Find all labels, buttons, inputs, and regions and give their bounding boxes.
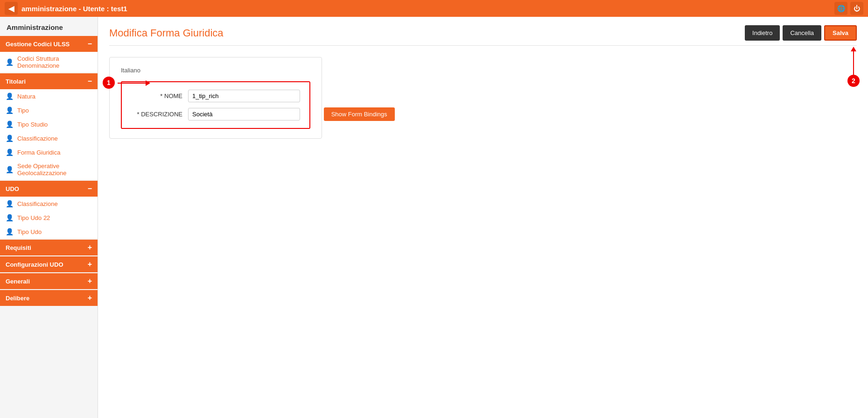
- sidebar-title: Amministrazione: [0, 17, 98, 36]
- sidebar-section-header-delibere[interactable]: Delibere+: [0, 290, 98, 306]
- person-icon: 👤: [6, 149, 14, 156]
- sidebar-item-label: Classificazione: [17, 200, 58, 207]
- section-toggle-icon: +: [88, 243, 92, 252]
- form-row-descrizione: * DESCRIZIONE: [131, 108, 300, 120]
- sidebar-item-label: Tipo Udo 22: [17, 214, 50, 221]
- sidebar-item[interactable]: 👤Tipo Studio: [0, 117, 98, 131]
- sidebar-item[interactable]: 👤Classificazione: [0, 131, 98, 145]
- sidebar-item-label: Natura: [17, 93, 35, 100]
- sidebar-section-header-requisiti[interactable]: Requisiti+: [0, 240, 98, 255]
- sidebar-item[interactable]: 👤Forma Giuridica: [0, 145, 98, 159]
- form-card: Italiano * NOME* DESCRIZIONE: [109, 57, 322, 139]
- person-icon: 👤: [6, 58, 14, 66]
- form-label-nome: * NOME: [131, 92, 182, 99]
- sidebar-item-label: Tipo Udo: [17, 228, 42, 235]
- sidebar-item[interactable]: 👤Classificazione: [0, 197, 98, 211]
- sidebar-section-delibere: Delibere+: [0, 290, 98, 306]
- section-toggle-icon: −: [88, 184, 92, 193]
- person-icon: 👤: [6, 135, 14, 142]
- person-icon: 👤: [6, 214, 14, 221]
- sidebar-section-label: Gestione Codici ULSS: [6, 41, 70, 48]
- back-nav-button[interactable]: ◀: [5, 2, 18, 15]
- app-title: amministrazione - Utente : test1: [21, 5, 127, 13]
- person-icon: 👤: [6, 92, 14, 100]
- sidebar-item-label: Forma Giuridica: [17, 149, 60, 156]
- sidebar-section-label: Generali: [6, 278, 30, 285]
- header-buttons: Indietro Cancella Salva: [745, 25, 857, 41]
- sidebar-section-header-udo[interactable]: UDO−: [0, 181, 98, 197]
- sidebar-section-udo: UDO−👤Classificazione👤Tipo Udo 22👤Tipo Ud…: [0, 181, 98, 239]
- person-icon: 👤: [6, 166, 14, 173]
- form-area: Italiano * NOME* DESCRIZIONE 1 Show Form…: [98, 46, 868, 418]
- section-toggle-icon: +: [88, 260, 92, 269]
- back-button[interactable]: Indietro: [745, 25, 780, 41]
- form-label-descrizione: * DESCRIZIONE: [131, 111, 182, 118]
- top-bar-left: ◀ amministrazione - Utente : test1: [5, 2, 127, 15]
- section-toggle-icon: −: [88, 40, 92, 48]
- sidebar-section-label: Titolari: [6, 78, 26, 85]
- sidebar-section-header-titolari[interactable]: Titolari−: [0, 73, 98, 89]
- sidebar-item[interactable]: 👤Sede Operative Geolocalizzazione: [0, 159, 98, 180]
- sidebar-section-header-gestione-codici-ulss[interactable]: Gestione Codici ULSS−: [0, 36, 98, 52]
- sidebar-items-titolari: 👤Natura👤Tipo👤Tipo Studio👤Classificazione…: [0, 89, 98, 180]
- person-icon: 👤: [6, 200, 14, 207]
- section-toggle-icon: −: [88, 77, 92, 85]
- sidebar-section-label: Requisiti: [6, 244, 31, 251]
- form-inner: * NOME* DESCRIZIONE: [121, 81, 310, 129]
- form-row-nome: * NOME: [131, 90, 300, 102]
- section-toggle-icon: +: [88, 277, 92, 285]
- section-toggle-icon: +: [88, 294, 92, 302]
- top-bar: ◀ amministrazione - Utente : test1 🌐 ⏻: [0, 0, 868, 17]
- sidebar-sections: Gestione Codici ULSS−👤Codici Struttura D…: [0, 36, 98, 306]
- form-input-descrizione[interactable]: [188, 108, 300, 120]
- main-layout: Amministrazione Gestione Codici ULSS−👤Co…: [0, 17, 868, 418]
- sidebar-item-label: Classificazione: [17, 135, 58, 142]
- sidebar-item-label: Sede Operative Geolocalizzazione: [17, 163, 92, 177]
- show-form-bindings-button[interactable]: Show Form Bindings: [324, 107, 395, 121]
- sidebar-section-gestione-codici-ulss: Gestione Codici ULSS−👤Codici Struttura D…: [0, 36, 98, 72]
- sidebar-item[interactable]: 👤Natura: [0, 89, 98, 103]
- top-bar-icons: 🌐 ⏻: [834, 2, 863, 15]
- sidebar-section-header-generali[interactable]: Generali+: [0, 273, 98, 289]
- sidebar-item-label: Tipo Studio: [17, 121, 48, 128]
- sidebar-item[interactable]: 👤Tipo Udo 22: [0, 211, 98, 225]
- sidebar-items-gestione-codici-ulss: 👤Codici Struttura Denominazione: [0, 52, 98, 72]
- sidebar-section-requisiti: Requisiti+: [0, 240, 98, 255]
- form-lang-label: Italiano: [121, 67, 310, 74]
- sidebar-section-titolari: Titolari−👤Natura👤Tipo👤Tipo Studio👤Classi…: [0, 73, 98, 180]
- sidebar-section-generali: Generali+: [0, 273, 98, 289]
- sidebar-item[interactable]: 👤Codici Struttura Denominazione: [0, 52, 98, 72]
- sidebar-section-header-configurazioni-udo[interactable]: Configurazioni UDO+: [0, 256, 98, 272]
- cancel-button[interactable]: Cancella: [783, 25, 821, 41]
- form-input-nome[interactable]: [188, 90, 300, 102]
- sidebar-section-label: Delibere: [6, 295, 29, 302]
- sidebar-section-label: Configurazioni UDO: [6, 261, 63, 268]
- sidebar-item-label: Codici Struttura Denominazione: [17, 55, 92, 69]
- main-content: Modifica Forma Giuridica Indietro Cancel…: [98, 17, 868, 418]
- sidebar-item[interactable]: 👤Tipo: [0, 103, 98, 117]
- content-header: Modifica Forma Giuridica Indietro Cancel…: [98, 17, 868, 45]
- power-icon[interactable]: ⏻: [850, 2, 863, 15]
- person-icon: 👤: [6, 120, 14, 128]
- sidebar: Amministrazione Gestione Codici ULSS−👤Co…: [0, 17, 98, 418]
- person-icon: 👤: [6, 228, 14, 235]
- sidebar-section-label: UDO: [6, 185, 19, 192]
- globe-icon[interactable]: 🌐: [834, 2, 847, 15]
- person-icon: 👤: [6, 106, 14, 114]
- save-button[interactable]: Salva: [824, 25, 857, 41]
- sidebar-item-label: Tipo: [17, 107, 29, 114]
- sidebar-section-configurazioni-udo: Configurazioni UDO+: [0, 256, 98, 272]
- page-title: Modifica Forma Giuridica: [109, 27, 224, 39]
- sidebar-item[interactable]: 👤Tipo Udo: [0, 225, 98, 239]
- sidebar-items-udo: 👤Classificazione👤Tipo Udo 22👤Tipo Udo: [0, 197, 98, 239]
